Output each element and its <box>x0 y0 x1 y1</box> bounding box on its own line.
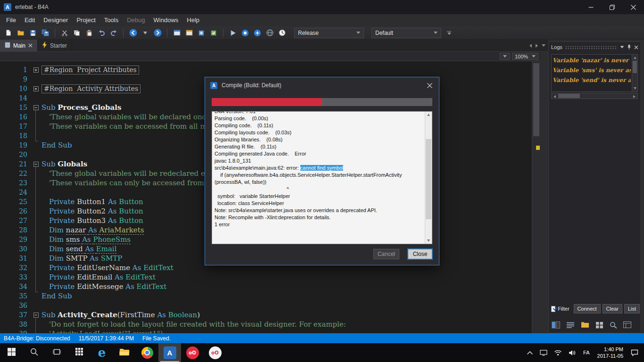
scroll-up-icon[interactable] <box>427 114 430 116</box>
connect-device-icon[interactable] <box>240 28 250 38</box>
code-line[interactable]: 35End Sub <box>0 291 532 301</box>
copy-icon[interactable] <box>72 28 82 38</box>
scroll-down-icon[interactable] <box>634 87 636 90</box>
code-line[interactable]: 1+#Region Project Attributes <box>0 65 532 74</box>
dialog-scrollbar[interactable] <box>425 112 432 244</box>
panel-splitter[interactable] <box>540 52 548 333</box>
zoom-combo[interactable]: 100% <box>512 53 538 60</box>
dialog-close-icon[interactable] <box>420 77 439 93</box>
close-panel-icon[interactable] <box>634 45 638 49</box>
run-icon[interactable] <box>228 28 238 38</box>
logs-vertical-scrollbar[interactable] <box>632 55 637 91</box>
menu-designer[interactable]: Designer <box>39 14 72 26</box>
file-explorer-app[interactable] <box>113 343 136 362</box>
undo-icon[interactable] <box>97 28 106 38</box>
nav-history-dropdown-icon[interactable] <box>140 28 150 38</box>
save-all-icon[interactable] <box>41 28 50 38</box>
new-project-icon[interactable] <box>4 28 13 38</box>
restore-button[interactable] <box>602 0 623 14</box>
scrollbar-thumb[interactable] <box>558 94 580 98</box>
build-config-combo[interactable]: Release <box>294 28 364 38</box>
fold-collapse-icon[interactable]: − <box>33 162 39 167</box>
edge-app[interactable]: e <box>91 343 113 362</box>
log-entry[interactable]: Variable 'sms' is never assigned any val… <box>553 66 631 75</box>
apps-grid-button[interactable] <box>68 343 91 362</box>
start-button[interactable] <box>0 343 23 362</box>
fold-collapse-icon[interactable]: − <box>33 313 39 318</box>
fold-collapse-icon[interactable]: − <box>33 105 39 110</box>
chrome-app[interactable] <box>136 343 158 362</box>
language-indicator[interactable]: FA <box>579 350 593 355</box>
designer-icon[interactable] <box>172 28 182 38</box>
menu-project[interactable]: Project <box>72 14 99 26</box>
clock[interactable]: 1:40 PM 2017-11-05 <box>594 346 627 359</box>
volume-icon[interactable] <box>565 350 579 356</box>
close-button[interactable] <box>623 0 644 14</box>
scroll-up-icon[interactable] <box>634 57 636 59</box>
action-center-icon[interactable] <box>627 349 644 356</box>
files-panel-icon[interactable] <box>581 321 589 328</box>
menu-tools[interactable]: Tools <box>100 14 123 26</box>
menu-windows[interactable]: Windows <box>149 14 183 26</box>
code-line[interactable]: 38'Do not forget to load the layout file… <box>0 320 532 329</box>
code-nav-combo[interactable] <box>500 53 510 60</box>
fold-expand-icon[interactable]: + <box>33 67 39 73</box>
scrollbar-thumb[interactable] <box>533 63 539 136</box>
tab-scroll-left-icon[interactable] <box>529 44 532 48</box>
tab-close-icon[interactable] <box>28 43 33 48</box>
menu-file[interactable]: File <box>2 14 20 26</box>
minimize-button[interactable] <box>580 0 602 14</box>
tab-list-dropdown-icon[interactable] <box>542 44 545 47</box>
tab-starter[interactable]: Starter <box>38 40 72 51</box>
editor-vertical-scrollbar[interactable] <box>532 61 540 333</box>
tab-scroll-right-icon[interactable] <box>536 44 538 48</box>
nav-forward-icon[interactable] <box>153 28 162 38</box>
close-button[interactable]: Close <box>408 249 432 259</box>
menu-help[interactable]: Help <box>182 14 204 26</box>
nav-back-icon[interactable] <box>128 28 138 38</box>
tab-main[interactable]: Main <box>0 40 38 51</box>
fold-expand-icon[interactable]: + <box>33 86 39 91</box>
b4a-app[interactable]: A <box>158 343 181 362</box>
visual-designer-icon[interactable] <box>184 28 194 38</box>
history-icon[interactable] <box>277 28 287 38</box>
scroll-right-icon[interactable] <box>633 95 636 98</box>
toolbar-overflow-button[interactable] <box>447 31 451 35</box>
modules-panel-icon[interactable] <box>595 321 603 329</box>
chevron-down-icon[interactable] <box>620 46 624 49</box>
scroll-left-icon[interactable] <box>553 95 556 98</box>
libraries-panel-icon[interactable] <box>623 321 631 328</box>
filter-checkbox[interactable] <box>551 306 555 312</box>
paste-icon[interactable] <box>84 28 94 38</box>
log-list-icon[interactable] <box>566 321 575 329</box>
scrollbar-thumb[interactable] <box>633 61 637 73</box>
panel-toggle-icon[interactable] <box>552 321 560 329</box>
build-variant-combo[interactable]: Default <box>372 28 441 38</box>
scrollbar-thumb[interactable] <box>426 139 431 219</box>
code-line[interactable]: 39'Activity.LoadLayout("Layout1") <box>0 329 532 333</box>
scroll-down-icon[interactable] <box>427 239 430 242</box>
wireless-icon[interactable] <box>265 28 274 38</box>
code-line[interactable]: 33Private EditEmail As EditText <box>0 272 532 282</box>
touch-keyboard-icon[interactable] <box>537 350 551 356</box>
tray-overflow-icon[interactable] <box>523 351 537 355</box>
logs-horizontal-scrollbar[interactable] <box>551 93 638 99</box>
code-line[interactable]: 37−Sub Activity_Create(FirstTime As Bool… <box>0 310 532 320</box>
b4a-bridge-icon[interactable] <box>253 28 262 38</box>
menu-debug[interactable]: Debug <box>123 14 149 26</box>
search-panel-icon[interactable] <box>610 321 617 329</box>
compile-icon[interactable] <box>197 28 206 38</box>
search-button[interactable] <box>23 343 45 362</box>
open-project-icon[interactable] <box>16 28 25 38</box>
code-line[interactable]: 36 <box>0 301 532 310</box>
redo-icon[interactable] <box>109 28 118 38</box>
oovoo-white-app[interactable]: oO <box>204 343 226 362</box>
list-button[interactable]: List <box>624 304 640 313</box>
save-icon[interactable] <box>28 28 38 38</box>
log-entry[interactable]: Variable 'nazar' is never assigned any v… <box>553 56 631 66</box>
clear-button[interactable]: Clear <box>603 304 622 313</box>
task-view-button[interactable] <box>45 343 68 362</box>
connect-button[interactable]: Connect <box>574 304 601 313</box>
network-icon[interactable] <box>551 350 565 356</box>
code-line[interactable]: 34Private EditMessege As EditText <box>0 282 532 291</box>
